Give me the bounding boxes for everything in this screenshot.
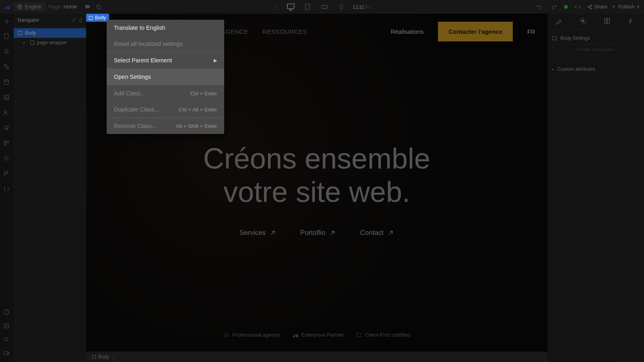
hero-section: Créons ensemblevotre site web. Services … [86,142,547,237]
svg-rect-13 [7,141,8,143]
svg-rect-6 [4,34,8,39]
svg-rect-14 [4,144,6,145]
svg-rect-21 [19,31,22,35]
undo-icon[interactable] [534,2,544,12]
svg-rect-24 [92,355,95,358]
video-icon[interactable] [3,350,10,357]
layout-tab-icon[interactable] [603,17,612,26]
cm-open-settings[interactable]: Open Settings [107,69,224,85]
locale-selector[interactable]: English [13,2,45,11]
breadcrumb-body[interactable]: Body [90,354,113,360]
redo-icon[interactable] [549,2,559,12]
share-icon [587,4,592,10]
arrow-up-right-icon [329,230,336,236]
right-panel-tabs [547,14,644,30]
site-nav-realisations[interactable]: Réalisations [391,28,424,35]
cm-duplicate-class: Duplicate Class...Ctrl + Alt + Enter [107,101,224,117]
apps-panel-icon[interactable] [3,140,10,147]
hero-link-contact[interactable]: Contact [360,229,394,237]
style-tab-icon[interactable] [555,17,564,26]
mobile-landscape-breakpoint-icon[interactable] [319,1,330,12]
expand-caret-icon[interactable]: ▸ [23,41,27,45]
search-icon[interactable] [3,336,10,343]
selection-badge[interactable]: Body [86,14,109,22]
breakpoint-controls: ⋮ 1132PX [273,1,371,12]
desktop-breakpoint-icon[interactable] [285,1,296,12]
svg-rect-5 [340,5,343,9]
webflow-mark-icon [292,333,298,337]
custom-attributes-row[interactable]: ▸ Custom attributes [552,65,639,74]
create-component-button[interactable]: Create component [552,44,639,55]
arrow-up-right-icon [270,230,276,236]
help-icon[interactable]: ? [3,309,10,316]
site-cta-button[interactable]: Contacter l'agence [438,22,513,41]
assets-panel-icon[interactable] [3,94,10,101]
svg-rect-26 [605,19,607,23]
hero-link-portfolio[interactable]: Portoflio [300,229,336,237]
code-icon[interactable] [573,2,582,12]
comments-icon[interactable] [83,2,92,12]
caret-right-icon: ▸ [552,67,554,71]
settings-panel-icon[interactable] [3,155,10,162]
body-element-icon [18,31,23,35]
share-button[interactable]: Share [587,4,607,10]
navigator-pin-icon[interactable]: ▯ [79,17,82,23]
cms-panel-icon[interactable] [3,79,10,86]
navigator-collapse-icon[interactable]: ⤢ [72,17,76,23]
refresh-icon[interactable] [94,2,103,12]
ecommerce-panel-icon[interactable] [3,125,10,132]
canvas-width[interactable]: 1132PX [353,4,371,10]
cert-icon [356,332,361,338]
site-nav-ressources[interactable]: RESSOURCES [262,28,307,35]
rocket-icon [611,4,617,10]
nav-item-page-wrapper[interactable]: ▸ page-wrapper [14,38,86,47]
svg-rect-28 [553,37,557,40]
badge-professional: Professional agency [224,332,280,338]
publish-button[interactable]: Publish ▼ [611,4,640,10]
page-name[interactable]: Home [64,4,77,10]
variables-panel-icon[interactable] [3,186,10,193]
tablet-breakpoint-icon[interactable] [302,1,313,12]
svg-rect-18 [4,324,9,328]
badge-enterprise: Enterprise Partner [292,332,344,338]
settings-tab-icon[interactable] [579,17,588,26]
globe-icon [17,4,23,10]
hero-link-services[interactable]: Services [239,229,276,237]
site-nav-agence[interactable]: AGENCE [221,28,248,35]
site-lang-toggle[interactable]: FR [527,28,535,35]
div-element-icon [30,40,35,45]
hero-heading[interactable]: Créons ensemblevotre site web. [86,142,547,209]
mobile-breakpoint-icon[interactable] [336,1,347,12]
topbar-right: Share Publish ▼ [533,2,640,12]
svg-rect-7 [4,65,6,67]
webflow-logo-icon[interactable] [0,0,13,14]
breadcrumb-bar: Body [86,352,547,362]
top-bar: English Page: Home ⋮ 1132PX Share Publis… [0,0,644,14]
interactions-tab-icon[interactable] [627,17,636,26]
svg-rect-12 [4,141,6,143]
components-panel-icon[interactable] [3,64,10,71]
svg-point-19 [4,337,8,341]
add-panel-icon[interactable] [3,18,10,25]
right-panel: Body Settings Create component ▸ Custom … [547,14,644,362]
arrow-up-right-icon [388,230,394,236]
body-settings-row[interactable]: Body Settings [552,34,639,43]
svg-text:?: ? [6,311,8,314]
navigator-panel-icon[interactable] [3,48,10,56]
audit-icon[interactable] [3,323,10,330]
cm-select-parent[interactable]: Select Parent Element▶ [107,52,224,68]
breakpoint-ellipsis-icon[interactable]: ⋮ [273,3,279,11]
page-prefix: Page: [49,4,62,10]
svg-point-15 [6,158,7,159]
body-element-icon [89,16,93,20]
nav-item-body[interactable]: Body [14,28,86,38]
svg-point-2 [293,3,295,5]
svg-rect-20 [4,352,8,355]
cm-translate[interactable]: Translate to English [107,20,224,36]
context-menu: Translate to English Reset all localized… [107,20,224,134]
body-element-icon [92,355,96,359]
flag-panel-icon[interactable] [3,171,10,178]
users-panel-icon[interactable] [3,109,10,117]
pages-panel-icon[interactable] [3,33,10,40]
cm-remove-class: Remove Class...Alt + Shift + Enter [107,118,224,134]
